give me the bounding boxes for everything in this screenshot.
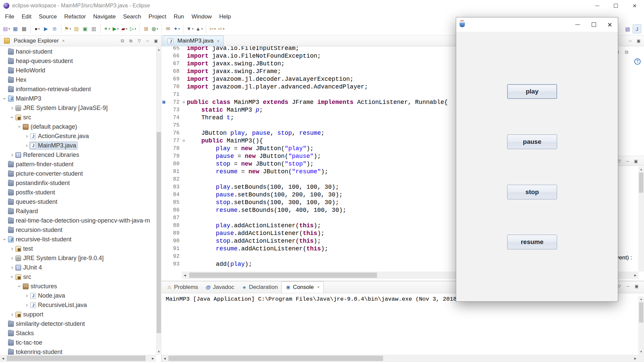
mark-occurrences-button[interactable]: ▨ — [72, 24, 81, 34]
close-tab-icon[interactable]: × — [217, 39, 220, 44]
tree-item[interactable]: ›JUnit 4 — [0, 263, 156, 272]
console-hscrollbar[interactable]: ◀ ▶ — [162, 355, 638, 362]
tree-item[interactable]: hanoi-student — [0, 47, 156, 56]
dropdown-caret-icon[interactable]: ▾ — [214, 27, 216, 31]
dropdown-caret-icon[interactable]: ▾ — [38, 27, 40, 31]
tree-item[interactable]: queues-student — [0, 197, 156, 206]
dropdown-caret-icon[interactable]: ▾ — [126, 27, 127, 31]
skip-breakpoints-button[interactable]: ⊘ — [50, 24, 59, 34]
tab-problems[interactable]: ⚠Problems — [163, 281, 202, 293]
tree-item[interactable]: postandinfix-student — [0, 178, 156, 188]
maximize-view-button[interactable]: ▣ — [633, 159, 639, 164]
console-vscrollbar[interactable]: ▲ ▼ — [638, 296, 644, 355]
menu-refactor[interactable]: Refactor — [61, 11, 90, 22]
package-explorer-vscrollbar[interactable]: ▲ ▼ — [156, 47, 162, 355]
scrollbar-thumb[interactable] — [157, 132, 161, 333]
collapsed-chevron-icon[interactable]: › — [24, 302, 30, 308]
format-button[interactable]: ▣ — [81, 24, 90, 34]
debug-last-button[interactable]: ●▾ — [33, 24, 42, 34]
tree-item[interactable]: recursion-student — [0, 225, 156, 235]
tree-item[interactable]: information-retrieval-student — [0, 84, 156, 94]
tree-item[interactable]: pattern-finder-student — [0, 160, 156, 169]
tree-item[interactable]: Hex — [0, 75, 156, 84]
print-button[interactable]: ▩ — [20, 24, 29, 34]
next-annotation-button[interactable]: ▼▾ — [185, 24, 195, 34]
perspective-java-button[interactable]: J — [633, 24, 641, 34]
minimize-button[interactable] — [570, 17, 586, 32]
tree-item[interactable]: similarity-detector-student — [0, 319, 156, 328]
java-app-titlebar[interactable]: × — [456, 17, 618, 32]
menu-edit[interactable]: Edit — [18, 11, 35, 22]
close-button[interactable]: × — [602, 17, 618, 32]
maximize-view-button[interactable]: ▣ — [634, 284, 639, 289]
minimize-view-button[interactable]: ─ — [625, 159, 630, 164]
scrollbar-thumb[interactable] — [168, 356, 383, 361]
maximize-button[interactable] — [586, 17, 602, 32]
tree-item[interactable]: real-time-face-detection-using-opencv-wi… — [0, 216, 156, 225]
tree-item[interactable]: ›RecursiveList.java — [0, 300, 156, 310]
tree-item[interactable]: ›MainMP3 — [0, 94, 156, 103]
search-button[interactable]: ✦▾ — [172, 24, 181, 34]
tree-item[interactable]: Stacks — [0, 328, 156, 338]
dropdown-caret-icon[interactable]: ▾ — [69, 27, 71, 31]
scroll-down-icon[interactable]: ▼ — [156, 349, 162, 355]
dropdown-caret-icon[interactable]: ▾ — [135, 27, 136, 31]
tree-item[interactable]: Railyard — [0, 206, 156, 216]
menu-file[interactable]: File — [1, 11, 18, 22]
scrollbar-thumb[interactable] — [639, 302, 643, 322]
save-button[interactable]: ▦ — [11, 24, 20, 34]
collapsed-chevron-icon[interactable]: › — [9, 152, 15, 158]
close-tab-icon[interactable]: × — [317, 285, 320, 290]
dropdown-caret-icon[interactable]: ▾ — [157, 27, 158, 31]
tree-item[interactable]: HelloWorld — [0, 66, 156, 75]
package-explorer-hscrollbar[interactable]: ◀ ▶ — [0, 355, 156, 362]
tree-item[interactable]: ›JRE System Library [JavaSE-9] — [0, 103, 156, 113]
expanded-chevron-icon[interactable]: › — [16, 284, 23, 289]
menu-run[interactable]: Run — [170, 11, 188, 22]
dropdown-caret-icon[interactable]: ▾ — [223, 27, 225, 31]
tree-item[interactable]: ›(default package) — [0, 122, 156, 131]
tree-item[interactable]: postfix-student — [0, 188, 156, 197]
run-button[interactable]: ▶▾ — [111, 24, 120, 34]
previous-annotation-button[interactable]: ▲▾ — [195, 24, 204, 34]
collapse-all-icon[interactable]: ⊟ — [120, 39, 125, 43]
tree-item[interactable]: ›recursive-list-student — [0, 235, 156, 244]
tree-item[interactable]: ›src — [0, 272, 156, 282]
collapsed-chevron-icon[interactable]: › — [9, 255, 15, 261]
tree-item[interactable]: ›MainMP3.java — [0, 141, 156, 150]
dropdown-caret-icon[interactable]: ▾ — [109, 27, 110, 31]
scroll-right-icon[interactable]: ▶ — [632, 272, 638, 279]
dropdown-caret-icon[interactable]: ▾ — [8, 27, 10, 31]
back-button[interactable]: ⇦▾ — [208, 24, 217, 34]
new-class-button[interactable]: ◍▾ — [151, 24, 159, 34]
dropdown-caret-icon[interactable]: ▾ — [117, 27, 119, 31]
expanded-chevron-icon[interactable]: › — [9, 115, 15, 120]
tree-item[interactable]: tic-tac-toe — [0, 338, 156, 347]
scroll-up-icon[interactable]: ▲ — [638, 296, 644, 302]
new-java-project-button[interactable]: ⊞ — [142, 24, 151, 34]
menu-help[interactable]: Help — [215, 11, 234, 22]
collapsed-chevron-icon[interactable]: › — [24, 292, 30, 299]
minimize-button[interactable] — [588, 0, 606, 11]
tab-javadoc[interactable]: @Javadoc — [202, 281, 238, 293]
scrollbar-thumb[interactable] — [189, 273, 377, 278]
tree-item[interactable]: ›src — [0, 113, 156, 122]
minimize-view-button[interactable]: ─ — [628, 39, 633, 43]
expanded-chevron-icon[interactable]: › — [1, 237, 8, 242]
scroll-right-icon[interactable]: ▶ — [632, 355, 638, 362]
dropdown-caret-icon[interactable]: ▾ — [192, 27, 194, 31]
stop-button[interactable]: stop — [507, 185, 557, 199]
menu-navigate[interactable]: Navigate — [90, 11, 119, 22]
perspective-other-button[interactable]: ▧ — [623, 24, 632, 34]
tree-item[interactable]: heap-queues-student — [0, 56, 156, 66]
expanded-chevron-icon[interactable]: › — [16, 124, 23, 129]
right-panel-vscrollbar[interactable]: ▲ — [638, 167, 644, 272]
tab-console[interactable]: ▣Console× — [281, 281, 324, 293]
scrollbar-thumb[interactable] — [639, 173, 643, 193]
tree-item[interactable]: ›test — [0, 244, 156, 253]
link-with-editor-icon[interactable]: ⧉ — [128, 39, 133, 43]
fold-marker-icon[interactable]: ⊖ — [181, 100, 187, 105]
collapsed-chevron-icon[interactable]: › — [9, 245, 15, 252]
menu-search[interactable]: Search — [119, 11, 145, 22]
tree-item[interactable]: ›Node.java — [0, 291, 156, 300]
